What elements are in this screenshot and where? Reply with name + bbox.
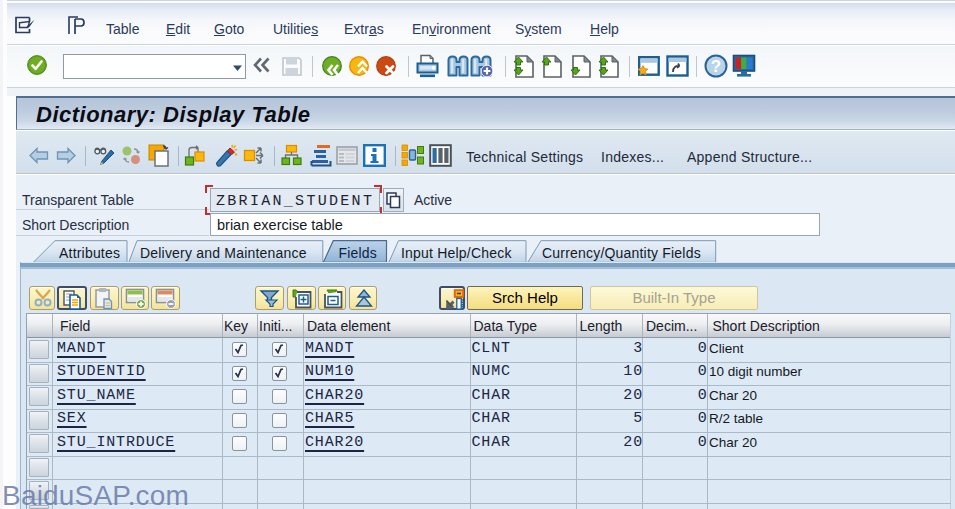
svg-text:?: ? [711, 57, 721, 76]
